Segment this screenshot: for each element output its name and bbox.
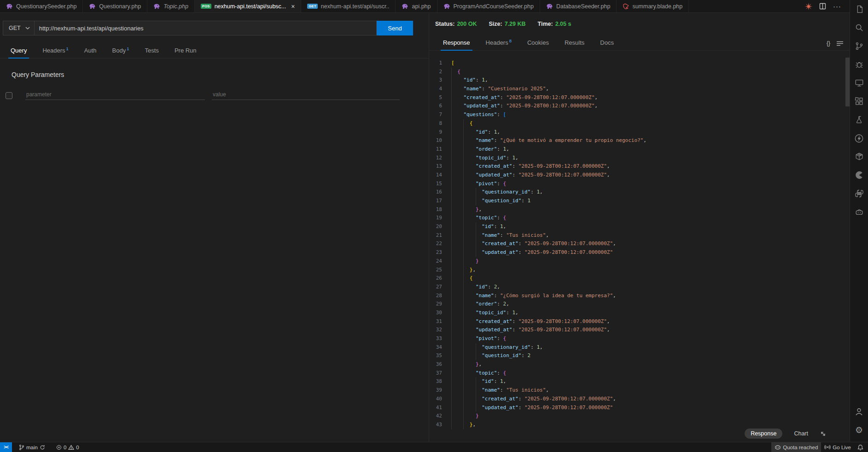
- settings-gear-icon[interactable]: ⚙: [853, 423, 866, 436]
- sync-icon: [40, 445, 45, 450]
- response-toolbar: {}: [827, 40, 850, 50]
- request-subtabs: Query Headers1 Auth Body1 Tests Pre Run: [0, 43, 429, 59]
- starburst-icon[interactable]: [805, 3, 812, 10]
- tab-query[interactable]: Query: [8, 47, 29, 58]
- more-actions-icon[interactable]: ···: [833, 2, 841, 10]
- expand-icon[interactable]: [820, 430, 827, 437]
- split-editor-icon[interactable]: [819, 3, 826, 10]
- code-line: 42 }: [429, 412, 850, 421]
- editor-tab-databaseseeder[interactable]: DatabaseSeeder.php: [540, 0, 617, 12]
- thunder-client-icon[interactable]: [853, 132, 866, 145]
- json-response-viewer[interactable]: 1[2 {3 "id": 1,4 "name": "Cuestionario 2…: [429, 57, 850, 442]
- response-view-button[interactable]: Response: [745, 429, 782, 439]
- pacman-logo-icon[interactable]: [853, 169, 866, 182]
- code-line: 11 "order": 1,: [429, 145, 850, 154]
- container-icon[interactable]: [853, 150, 866, 163]
- tab-response[interactable]: Response: [441, 39, 472, 50]
- status-label: Status:: [435, 21, 454, 27]
- format-json-icon[interactable]: {}: [827, 40, 830, 47]
- copilot-quota-item[interactable]: Quota reached: [771, 442, 821, 452]
- files-icon[interactable]: [853, 3, 866, 16]
- body-count-badge: 1: [127, 46, 129, 51]
- query-parameters-title: Query Parameters: [12, 71, 429, 78]
- code-line: 2 {: [429, 68, 850, 76]
- tab-auth[interactable]: Auth: [82, 47, 99, 58]
- code-line: 28 "name": "¿Cómo surgió la idea de tu e…: [429, 292, 850, 300]
- code-line: 6 "updated_at": "2025-09-28T00:12:07.000…: [429, 102, 850, 111]
- code-line: 37 "topic": {: [429, 369, 850, 378]
- php-icon: [153, 3, 160, 9]
- tab-label: summary.blade.php: [632, 3, 682, 10]
- git-branch-item[interactable]: main: [16, 442, 48, 452]
- editor-tab-thunder-request[interactable]: POS nexhum-api.test/api/subsc... ×: [195, 0, 302, 12]
- tab-body[interactable]: Body1: [110, 46, 132, 58]
- test-beaker-icon[interactable]: [853, 113, 866, 126]
- python-icon[interactable]: [853, 187, 866, 200]
- notifications-bell-item[interactable]: [854, 442, 868, 452]
- send-button[interactable]: Send: [377, 21, 413, 35]
- parameter-input[interactable]: [25, 89, 205, 100]
- tab-label: Topic.php: [163, 3, 188, 10]
- quota-label: Quota reached: [783, 445, 818, 450]
- code-line: 43 },: [429, 421, 850, 429]
- code-line: 19 "topic": {: [429, 214, 850, 223]
- method-dropdown[interactable]: GET: [3, 21, 34, 35]
- remote-indicator[interactable]: ><: [0, 442, 12, 452]
- editor-tab-summary-blade[interactable]: summary.blade.php: [617, 0, 689, 12]
- editor-tab-topic[interactable]: Topic.php: [147, 0, 195, 12]
- response-scrollbar-thumb[interactable]: [845, 58, 850, 106]
- close-icon[interactable]: ×: [291, 3, 295, 10]
- code-line: 18 },: [429, 205, 850, 214]
- debug-icon[interactable]: [853, 58, 866, 71]
- php-icon: [402, 3, 408, 9]
- extensions-icon[interactable]: [853, 95, 866, 108]
- word-wrap-icon[interactable]: [837, 41, 843, 46]
- account-icon[interactable]: [853, 405, 866, 418]
- editor-tab-api[interactable]: api.php: [396, 0, 437, 12]
- editor-tab-questionary[interactable]: Questionary.php: [83, 0, 147, 12]
- code-line: 38 "id": 1,: [429, 377, 850, 386]
- value-input[interactable]: [212, 89, 400, 100]
- size-label: Size:: [489, 21, 502, 27]
- copilot-robot-icon[interactable]: [853, 205, 866, 218]
- method-label: GET: [9, 25, 21, 31]
- time-value: 2.05 s: [555, 21, 571, 27]
- request-panel: GET Send Query Headers1 Auth Body1 Tests…: [0, 13, 429, 442]
- tab-pre-run[interactable]: Pre Run: [172, 47, 199, 58]
- tab-headers[interactable]: Headers1: [40, 46, 70, 58]
- search-icon[interactable]: [853, 21, 866, 34]
- go-live-item[interactable]: Go Live: [821, 442, 854, 452]
- tab-response-headers[interactable]: Headers8: [484, 38, 514, 50]
- status-bar-right: Quota reached Go Live: [771, 442, 868, 452]
- errors-count: 0: [64, 445, 66, 450]
- tab-docs[interactable]: Docs: [598, 39, 616, 50]
- code-line: 25 },: [429, 266, 850, 275]
- tab-results[interactable]: Results: [562, 39, 587, 50]
- code-line: 35 "question_id": 2: [429, 352, 850, 360]
- url-input[interactable]: [34, 21, 377, 35]
- editor-tab-questionaryseeder[interactable]: QuestionarySeeder.php: [0, 0, 83, 12]
- php-icon: [6, 3, 13, 9]
- problems-item[interactable]: 0 0: [53, 442, 82, 452]
- code-line: 27 "id": 2,: [429, 283, 850, 292]
- response-headers-count-badge: 8: [509, 38, 512, 43]
- chart-view-button[interactable]: Chart: [788, 429, 814, 439]
- tab-cookies[interactable]: Cookies: [525, 39, 551, 50]
- editor-tab-thunder-request-2[interactable]: GET nexhum-api.test/api/suscr..: [301, 0, 396, 12]
- code-line: 31 "created_at": "2025-09-28T00:12:07.00…: [429, 317, 850, 326]
- headers-count-badge: 1: [66, 46, 69, 51]
- code-line: 1[: [429, 59, 850, 68]
- errors-icon: [56, 445, 62, 450]
- branch-name: main: [26, 445, 38, 450]
- code-line: 4 "name": "Cuestionario 2025",: [429, 85, 850, 94]
- code-line: 32 "updated_at": "2025-09-28T00:12:07.00…: [429, 326, 850, 335]
- code-line: 40 "created_at": "2025-09-28T00:12:07.00…: [429, 395, 850, 404]
- code-line: 13 "created_at": "2025-09-28T00:12:07.00…: [429, 162, 850, 171]
- remote-monitor-icon[interactable]: [853, 76, 866, 89]
- parameter-checkbox[interactable]: [6, 92, 12, 99]
- request-bar: GET Send: [3, 21, 413, 35]
- source-control-icon[interactable]: [853, 40, 866, 53]
- editor-tab-programandcourseseeder[interactable]: ProgramAndCourseSeeder.php: [437, 0, 540, 12]
- code-line: 5 "created_at": "2025-09-28T00:12:07.000…: [429, 94, 850, 102]
- tab-tests[interactable]: Tests: [143, 47, 161, 58]
